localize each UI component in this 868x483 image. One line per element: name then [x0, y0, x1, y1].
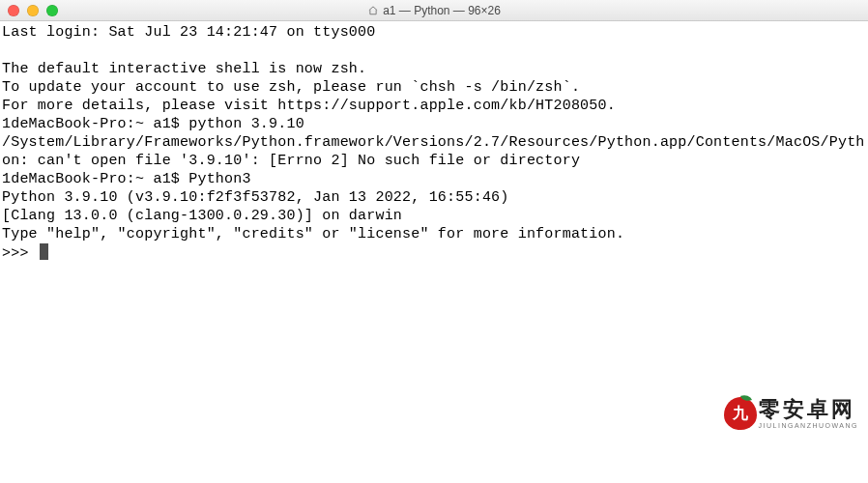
terminal-line: 1deMacBook-Pro:~ a1$ python 3.9.10	[2, 115, 866, 133]
watermark: 九 零安卓网 JIULINGANZHUOWANG	[724, 397, 858, 430]
terminal-line: /System/Library/Frameworks/Python.framew…	[2, 133, 866, 170]
terminal-line: To update your account to use zsh, pleas…	[2, 78, 866, 97]
window-title-wrap: a1 — Python — 96×26	[0, 4, 868, 17]
close-button[interactable]	[8, 5, 19, 16]
terminal-line: 1deMacBook-Pro:~ a1$ Python3	[2, 170, 866, 188]
watermark-sub: JIULINGANZHUOWANG	[759, 422, 858, 429]
watermark-main: 零安卓网	[759, 399, 858, 420]
watermark-glyph: 九	[733, 404, 748, 424]
terminal-line: Last login: Sat Jul 23 14:21:47 on ttys0…	[2, 23, 866, 42]
traffic-lights	[0, 5, 58, 16]
titlebar: a1 — Python — 96×26	[0, 0, 868, 21]
terminal-output[interactable]: Last login: Sat Jul 23 14:21:47 on ttys0…	[0, 21, 868, 265]
zoom-button[interactable]	[46, 5, 58, 16]
cursor	[40, 243, 48, 260]
terminal-line: Type "help", "copyright", "credits" or "…	[2, 225, 866, 243]
python-prompt: >>>	[2, 245, 38, 262]
watermark-text: 零安卓网 JIULINGANZHUOWANG	[759, 399, 858, 429]
terminal-line: Python 3.9.10 (v3.9.10:f2f3f53782, Jan 1…	[2, 188, 866, 207]
watermark-logo: 九	[724, 397, 757, 430]
terminal-line	[2, 42, 866, 60]
home-icon	[367, 5, 379, 16]
minimize-button[interactable]	[27, 5, 39, 16]
terminal-prompt-line[interactable]: >>>	[2, 243, 866, 263]
terminal-line: The default interactive shell is now zsh…	[2, 60, 866, 78]
terminal-line: [Clang 13.0.0 (clang-1300.0.29.30)] on d…	[2, 207, 866, 225]
window-title: a1 — Python — 96×26	[383, 4, 501, 17]
terminal-line: For more details, please visit https://s…	[2, 97, 866, 115]
